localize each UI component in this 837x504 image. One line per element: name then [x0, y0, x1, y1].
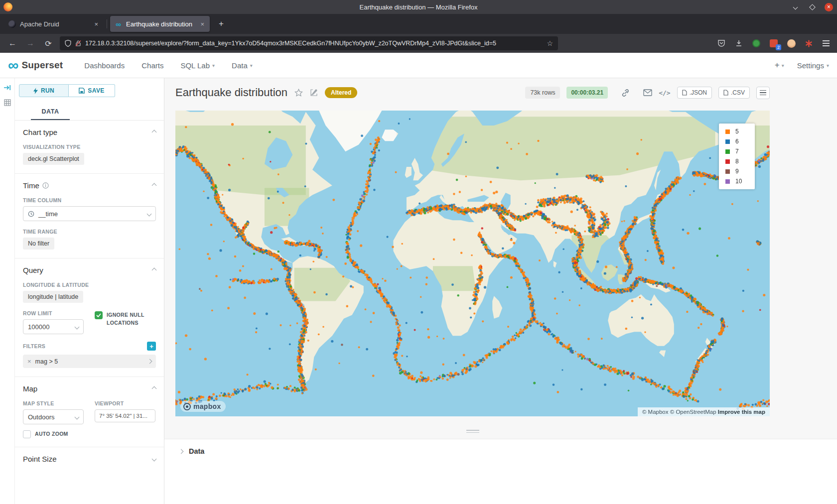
- pocket-icon[interactable]: [716, 38, 726, 48]
- chevron-up-icon: [152, 183, 157, 188]
- viewport-value[interactable]: 7° 35' 54.02" | 31...: [95, 409, 155, 422]
- time-range-value[interactable]: No filter: [23, 238, 54, 250]
- chart-title: Earthquake distribution: [175, 86, 287, 99]
- section-query: Query LONGITUDE & LATITUDE longitude | l…: [15, 258, 164, 377]
- window-minimize-button[interactable]: [791, 2, 800, 11]
- panel-resize-handle[interactable]: [466, 430, 479, 433]
- extension-red-asterisk-icon[interactable]: [804, 38, 814, 48]
- expand-panel-icon[interactable]: [3, 84, 11, 91]
- time-column-select[interactable]: __time: [23, 206, 156, 221]
- viz-type-value[interactable]: deck.gl Scatterplot: [23, 153, 84, 165]
- datasource-icon-strip: [0, 78, 15, 504]
- email-icon[interactable]: [643, 89, 652, 96]
- extension-blocker-icon[interactable]: 2: [769, 38, 779, 48]
- new-item-menu[interactable]: +▾: [775, 60, 784, 70]
- map-legend: 5 6 7 8 9 10: [719, 124, 755, 189]
- legend-item: 10: [725, 178, 755, 185]
- window-close-button[interactable]: ×: [825, 3, 833, 11]
- new-tab-button[interactable]: +: [215, 17, 228, 30]
- nav-sql-lab[interactable]: SQL Lab▾: [180, 61, 215, 70]
- settings-menu[interactable]: Settings▾: [797, 61, 829, 70]
- window-maximize-button[interactable]: [808, 2, 817, 11]
- section-chart-type: Chart type VISUALIZATION TYPE deck.gl Sc…: [15, 121, 164, 174]
- extension-green-icon[interactable]: [751, 38, 761, 48]
- legend-item: 9: [725, 168, 755, 175]
- bookmark-star-icon[interactable]: ☆: [547, 39, 553, 47]
- section-header[interactable]: Point Size: [23, 455, 156, 463]
- lonlat-value[interactable]: longitude | latitude: [23, 291, 83, 303]
- improve-map-link[interactable]: Improve this map: [718, 409, 765, 415]
- caret-down-icon: ▾: [782, 63, 784, 68]
- downloads-icon[interactable]: [734, 38, 744, 48]
- add-filter-button[interactable]: +: [147, 342, 156, 351]
- chevron-right-icon: [179, 449, 184, 454]
- auto-zoom-label: AUTO ZOOM: [35, 430, 68, 438]
- chart-menu-button[interactable]: [756, 87, 770, 99]
- chart-container: Earthquake distribution Altered 73k rows…: [164, 78, 837, 504]
- deckgl-map[interactable]: 5 6 7 8 9 10 mapbox © Mapbox © OpenStree…: [175, 111, 770, 416]
- mapbox-logo[interactable]: mapbox: [180, 401, 226, 412]
- nav-dashboards[interactable]: Dashboards: [84, 61, 125, 70]
- control-tabs: DATA: [15, 104, 164, 121]
- altered-badge[interactable]: Altered: [325, 87, 357, 98]
- explore-control-panel: RUN SAVE DATA Chart type VISUALIZATION T…: [15, 78, 164, 504]
- mapbox-circle-icon: [183, 403, 191, 410]
- row-limit-select[interactable]: 100000: [23, 319, 84, 334]
- browser-toolbar: ← → ⟳ 172.18.0.3:32108/superset/explore/…: [0, 34, 837, 53]
- dataset-grid-icon[interactable]: [4, 99, 11, 106]
- share-link-icon[interactable]: [621, 89, 630, 97]
- url-bar[interactable]: 172.18.0.3:32108/superset/explore/?form_…: [60, 36, 558, 50]
- tab-close-icon[interactable]: ×: [199, 20, 205, 28]
- section-header[interactable]: Chart type: [23, 128, 156, 136]
- remove-filter-icon[interactable]: ×: [27, 358, 31, 365]
- superset-navbar: ∞ Superset Dashboards Charts SQL Lab▾ Da…: [0, 53, 837, 78]
- ignore-null-checkbox[interactable]: [95, 311, 103, 319]
- caret-down-icon: ▾: [250, 63, 253, 68]
- map-style-select[interactable]: Outdoors: [23, 409, 84, 424]
- export-csv-button[interactable]: .CSV: [718, 87, 750, 99]
- superset-logo[interactable]: ∞ Superset: [8, 59, 63, 71]
- legend-swatch: [725, 159, 730, 164]
- time-column-value: __time: [38, 210, 58, 218]
- lonlat-label: LONGITUDE & LATITUDE: [23, 282, 156, 288]
- file-icon: [723, 90, 728, 96]
- favorite-star-icon[interactable]: [294, 89, 303, 97]
- account-avatar-icon[interactable]: [786, 38, 796, 48]
- tracking-protection-shield-icon[interactable]: [65, 40, 71, 47]
- tab-close-icon[interactable]: ×: [93, 20, 99, 28]
- auto-zoom-checkbox[interactable]: [23, 430, 31, 438]
- tab-apache-druid[interactable]: Apache Druid ×: [4, 16, 104, 32]
- results-panel: Data: [164, 439, 837, 504]
- forward-button[interactable]: →: [24, 37, 37, 50]
- section-header[interactable]: Time: [23, 181, 156, 190]
- tab-separator: [107, 19, 107, 28]
- map-canvas[interactable]: [175, 111, 770, 416]
- brand-name: Superset: [21, 60, 63, 71]
- filter-chip[interactable]: × mag > 5: [23, 355, 156, 368]
- back-button[interactable]: ←: [6, 37, 19, 50]
- section-header[interactable]: Map: [23, 384, 156, 393]
- embed-code-icon[interactable]: </>: [659, 89, 670, 97]
- insecure-lock-icon[interactable]: [75, 40, 81, 47]
- url-text[interactable]: 172.18.0.3:32108/superset/explore/?form_…: [85, 40, 543, 47]
- chart-header: Earthquake distribution Altered 73k rows…: [175, 86, 770, 99]
- results-panel-header[interactable]: Data: [179, 447, 837, 455]
- reload-button[interactable]: ⟳: [42, 37, 55, 50]
- window-controls: ×: [791, 0, 833, 14]
- tab-data[interactable]: DATA: [31, 104, 70, 120]
- druid-favicon-icon: [8, 20, 16, 28]
- tab-title: Apache Druid: [20, 20, 89, 28]
- nav-data[interactable]: Data▾: [232, 61, 253, 70]
- section-header[interactable]: Query: [23, 266, 156, 274]
- legend-item: 6: [725, 138, 755, 145]
- viz-type-label: VISUALIZATION TYPE: [23, 144, 156, 150]
- nav-charts[interactable]: Charts: [141, 61, 163, 70]
- edit-properties-icon[interactable]: [310, 89, 318, 97]
- tab-earthquake-distribution[interactable]: ∞ Earthquake distribution ×: [110, 16, 210, 32]
- export-json-button[interactable]: .JSON: [677, 87, 712, 99]
- save-button[interactable]: SAVE: [69, 84, 115, 97]
- run-button[interactable]: RUN: [19, 84, 69, 97]
- caret-down-icon: ▾: [212, 63, 215, 68]
- legend-item: 7: [725, 148, 755, 155]
- app-menu-icon[interactable]: [821, 38, 831, 48]
